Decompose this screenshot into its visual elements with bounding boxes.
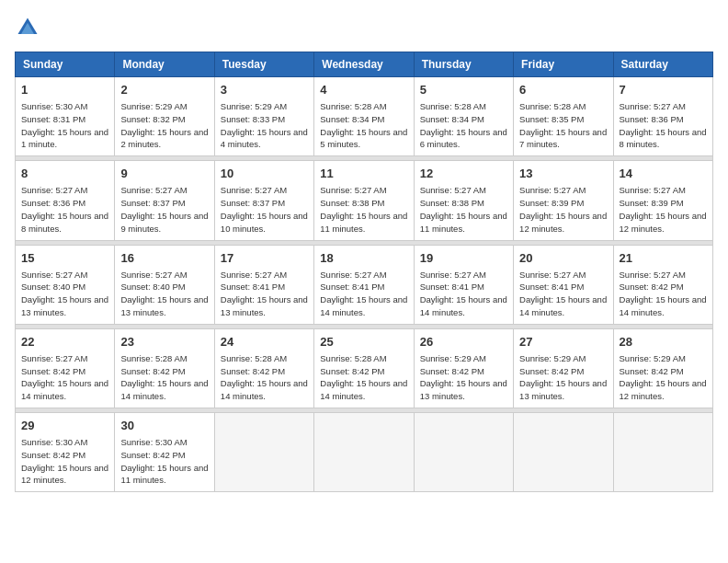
- day-cell: 12Sunrise: 5:27 AM Sunset: 8:38 PM Dayli…: [414, 161, 513, 240]
- day-cell: [514, 413, 613, 492]
- day-info: Sunrise: 5:27 AM Sunset: 8:36 PM Dayligh…: [620, 100, 707, 151]
- day-cell: 16Sunrise: 5:27 AM Sunset: 8:40 PM Dayli…: [115, 245, 214, 324]
- day-info: Sunrise: 5:27 AM Sunset: 8:41 PM Dayligh…: [221, 269, 308, 319]
- day-cell: 27Sunrise: 5:29 AM Sunset: 8:42 PM Dayli…: [514, 328, 613, 408]
- day-cell: 23Sunrise: 5:28 AM Sunset: 8:42 PM Dayli…: [115, 328, 214, 408]
- day-cell: 18Sunrise: 5:27 AM Sunset: 8:41 PM Dayli…: [314, 245, 414, 324]
- day-cell: 8Sunrise: 5:27 AM Sunset: 8:36 PM Daylig…: [16, 161, 115, 240]
- day-info: Sunrise: 5:27 AM Sunset: 8:37 PM Dayligh…: [120, 184, 208, 235]
- day-number: 28: [620, 334, 707, 350]
- day-number: 6: [519, 82, 607, 98]
- day-cell: 30Sunrise: 5:30 AM Sunset: 8:42 PM Dayli…: [115, 413, 214, 492]
- day-number: 16: [120, 250, 208, 267]
- day-cell: 6Sunrise: 5:28 AM Sunset: 8:35 PM Daylig…: [514, 77, 613, 156]
- week-row-4: 22Sunrise: 5:27 AM Sunset: 8:42 PM Dayli…: [16, 328, 713, 408]
- day-cell: 4Sunrise: 5:28 AM Sunset: 8:34 PM Daylig…: [314, 77, 414, 156]
- day-number: 25: [320, 334, 407, 350]
- column-header-tuesday: Tuesday: [214, 52, 313, 77]
- calendar-body: 1Sunrise: 5:30 AM Sunset: 8:31 PM Daylig…: [16, 77, 713, 492]
- day-info: Sunrise: 5:30 AM Sunset: 8:42 PM Dayligh…: [21, 436, 108, 487]
- day-info: Sunrise: 5:29 AM Sunset: 8:32 PM Dayligh…: [120, 100, 208, 151]
- day-info: Sunrise: 5:28 AM Sunset: 8:42 PM Dayligh…: [221, 352, 308, 403]
- day-cell: 2Sunrise: 5:29 AM Sunset: 8:32 PM Daylig…: [115, 77, 214, 156]
- day-info: Sunrise: 5:27 AM Sunset: 8:38 PM Dayligh…: [420, 184, 507, 235]
- day-info: Sunrise: 5:27 AM Sunset: 8:41 PM Dayligh…: [420, 269, 507, 319]
- day-info: Sunrise: 5:28 AM Sunset: 8:35 PM Dayligh…: [519, 100, 607, 151]
- day-cell: 7Sunrise: 5:27 AM Sunset: 8:36 PM Daylig…: [613, 77, 712, 156]
- day-info: Sunrise: 5:27 AM Sunset: 8:40 PM Dayligh…: [21, 269, 108, 319]
- day-cell: 5Sunrise: 5:28 AM Sunset: 8:34 PM Daylig…: [414, 77, 513, 156]
- day-number: 8: [21, 166, 108, 182]
- day-number: 11: [320, 166, 407, 182]
- day-info: Sunrise: 5:29 AM Sunset: 8:42 PM Dayligh…: [620, 352, 707, 403]
- day-info: Sunrise: 5:27 AM Sunset: 8:38 PM Dayligh…: [320, 184, 407, 235]
- day-number: 3: [221, 82, 308, 98]
- day-number: 9: [120, 166, 208, 182]
- day-info: Sunrise: 5:28 AM Sunset: 8:34 PM Dayligh…: [420, 100, 507, 151]
- day-number: 20: [519, 250, 607, 267]
- day-number: 26: [420, 334, 507, 350]
- day-cell: 24Sunrise: 5:28 AM Sunset: 8:42 PM Dayli…: [214, 328, 313, 408]
- day-number: 4: [320, 82, 407, 98]
- day-number: 29: [21, 418, 108, 434]
- day-number: 30: [120, 418, 208, 434]
- day-cell: 11Sunrise: 5:27 AM Sunset: 8:38 PM Dayli…: [314, 161, 414, 240]
- day-cell: [414, 413, 513, 492]
- day-cell: [314, 413, 414, 492]
- day-cell: [214, 413, 313, 492]
- column-header-friday: Friday: [514, 52, 613, 77]
- day-info: Sunrise: 5:28 AM Sunset: 8:34 PM Dayligh…: [320, 100, 407, 151]
- week-row-2: 8Sunrise: 5:27 AM Sunset: 8:36 PM Daylig…: [16, 161, 713, 240]
- day-cell: 17Sunrise: 5:27 AM Sunset: 8:41 PM Dayli…: [214, 245, 313, 324]
- day-number: 19: [420, 250, 507, 267]
- day-info: Sunrise: 5:27 AM Sunset: 8:40 PM Dayligh…: [120, 269, 208, 319]
- day-info: Sunrise: 5:27 AM Sunset: 8:39 PM Dayligh…: [620, 184, 707, 235]
- calendar-table: SundayMondayTuesdayWednesdayThursdayFrid…: [15, 52, 713, 492]
- day-cell: 21Sunrise: 5:27 AM Sunset: 8:42 PM Dayli…: [613, 245, 712, 324]
- day-info: Sunrise: 5:29 AM Sunset: 8:33 PM Dayligh…: [221, 100, 308, 151]
- day-info: Sunrise: 5:28 AM Sunset: 8:42 PM Dayligh…: [120, 352, 208, 403]
- day-cell: 3Sunrise: 5:29 AM Sunset: 8:33 PM Daylig…: [214, 77, 313, 156]
- day-number: 10: [221, 166, 308, 182]
- day-number: 2: [120, 82, 208, 98]
- day-cell: 14Sunrise: 5:27 AM Sunset: 8:39 PM Dayli…: [613, 161, 712, 240]
- day-number: 21: [620, 250, 707, 267]
- week-row-3: 15Sunrise: 5:27 AM Sunset: 8:40 PM Dayli…: [16, 245, 713, 324]
- column-header-sunday: Sunday: [16, 52, 115, 77]
- day-number: 23: [120, 334, 208, 350]
- header: [15, 15, 713, 40]
- day-cell: 15Sunrise: 5:27 AM Sunset: 8:40 PM Dayli…: [16, 245, 115, 324]
- day-number: 18: [320, 250, 407, 267]
- day-cell: 9Sunrise: 5:27 AM Sunset: 8:37 PM Daylig…: [115, 161, 214, 240]
- column-header-thursday: Thursday: [414, 52, 513, 77]
- day-number: 5: [420, 82, 507, 98]
- day-number: 12: [420, 166, 507, 182]
- day-info: Sunrise: 5:27 AM Sunset: 8:37 PM Dayligh…: [221, 184, 308, 235]
- day-info: Sunrise: 5:27 AM Sunset: 8:39 PM Dayligh…: [519, 184, 607, 235]
- day-info: Sunrise: 5:27 AM Sunset: 8:42 PM Dayligh…: [21, 352, 108, 403]
- column-headers: SundayMondayTuesdayWednesdayThursdayFrid…: [16, 52, 713, 77]
- day-cell: 28Sunrise: 5:29 AM Sunset: 8:42 PM Dayli…: [613, 328, 712, 408]
- day-cell: [613, 413, 712, 492]
- day-cell: 19Sunrise: 5:27 AM Sunset: 8:41 PM Dayli…: [414, 245, 513, 324]
- column-header-wednesday: Wednesday: [314, 52, 414, 77]
- day-info: Sunrise: 5:29 AM Sunset: 8:42 PM Dayligh…: [420, 352, 507, 403]
- day-info: Sunrise: 5:27 AM Sunset: 8:41 PM Dayligh…: [320, 269, 407, 319]
- column-header-saturday: Saturday: [613, 52, 712, 77]
- logo: [15, 15, 44, 40]
- day-number: 15: [21, 250, 108, 267]
- day-cell: 20Sunrise: 5:27 AM Sunset: 8:41 PM Dayli…: [514, 245, 613, 324]
- logo-icon: [15, 15, 40, 40]
- day-info: Sunrise: 5:30 AM Sunset: 8:31 PM Dayligh…: [21, 100, 108, 151]
- week-row-5: 29Sunrise: 5:30 AM Sunset: 8:42 PM Dayli…: [16, 413, 713, 492]
- day-number: 1: [21, 82, 108, 98]
- day-number: 24: [221, 334, 308, 350]
- day-cell: 13Sunrise: 5:27 AM Sunset: 8:39 PM Dayli…: [514, 161, 613, 240]
- day-cell: 10Sunrise: 5:27 AM Sunset: 8:37 PM Dayli…: [214, 161, 313, 240]
- day-info: Sunrise: 5:27 AM Sunset: 8:41 PM Dayligh…: [519, 269, 607, 319]
- day-number: 27: [519, 334, 607, 350]
- day-cell: 25Sunrise: 5:28 AM Sunset: 8:42 PM Dayli…: [314, 328, 414, 408]
- day-info: Sunrise: 5:28 AM Sunset: 8:42 PM Dayligh…: [320, 352, 407, 403]
- day-cell: 22Sunrise: 5:27 AM Sunset: 8:42 PM Dayli…: [16, 328, 115, 408]
- day-number: 14: [620, 166, 707, 182]
